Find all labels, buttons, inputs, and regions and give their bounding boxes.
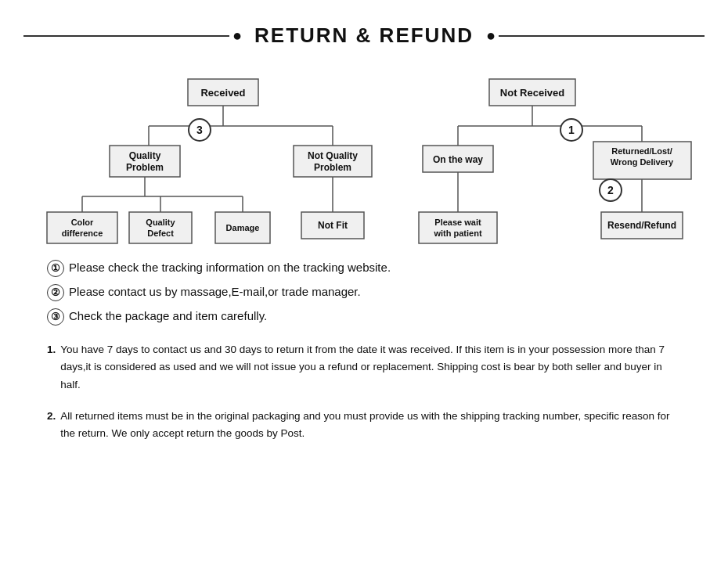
note-circle-2: ② [47,284,64,301]
rule-num-1: 1. [47,341,56,358]
svg-text:Damage: Damage [226,223,260,232]
svg-rect-47 [419,212,497,243]
rule-text-2: All returned items must be in the origin… [60,408,681,443]
svg-text:Defect: Defect [147,229,174,238]
flowchart-svg: Received 3 Quality Problem Not Quality P… [23,71,705,259]
title-line-left [23,35,229,37]
svg-text:Not Fit: Not Fit [318,220,348,231]
svg-text:Please wait: Please wait [434,218,481,227]
title-line-right [499,35,705,37]
page-title-section: ● RETURN & REFUND ● [23,23,705,48]
flowchart-wrapper: Received 3 Quality Problem Not Quality P… [23,71,705,259]
note-circle-3: ③ [47,308,64,326]
svg-text:Problem: Problem [126,162,164,173]
title-bullet-right: ● [486,27,496,45]
svg-text:2: 2 [607,184,614,196]
svg-text:Resend/Refund: Resend/Refund [607,220,676,231]
note-item-3: ③ Check the package and item carefully. [47,308,681,326]
rule-num-2: 2. [47,408,56,425]
svg-text:Wrong Delivery: Wrong Delivery [611,157,674,167]
note-text-3: Check the package and item carefully. [69,308,267,326]
rule-text-1: You have 7 days to contact us and 30 day… [60,341,681,394]
svg-text:3: 3 [196,124,203,136]
svg-text:Not Quality: Not Quality [308,150,358,161]
svg-text:1: 1 [568,124,575,136]
rules-section: 1. You have 7 days to contact us and 30 … [23,341,705,442]
rule-item-1: 1. You have 7 days to contact us and 30 … [47,341,681,394]
svg-rect-22 [129,212,192,243]
svg-rect-19 [47,212,117,243]
svg-text:with patient: with patient [433,229,481,238]
svg-text:Quality: Quality [129,150,161,161]
note-circle-1: ① [47,260,64,277]
title-bullet-left: ● [232,27,242,45]
svg-text:Color: Color [71,218,94,227]
note-item-2: ② Please contact us by massage,E-mail,or… [47,283,681,301]
svg-text:Quality: Quality [146,218,175,227]
page-title: RETURN & REFUND [245,23,483,48]
svg-text:Received: Received [200,87,245,99]
note-text-1: Please check the tracking information on… [69,259,391,277]
note-text-2: Please contact us by massage,E-mail,or t… [69,283,361,301]
notes-section: ① Please check the tracking information … [23,259,705,326]
svg-text:Problem: Problem [314,162,351,173]
note-item-1: ① Please check the tracking information … [47,259,681,277]
svg-text:difference: difference [62,229,103,238]
svg-text:Returned/Lost/: Returned/Lost/ [611,146,672,156]
rule-item-2: 2. All returned items must be in the ori… [47,408,681,443]
svg-text:Not  Received: Not Received [500,87,564,99]
svg-text:On the way: On the way [433,154,483,165]
